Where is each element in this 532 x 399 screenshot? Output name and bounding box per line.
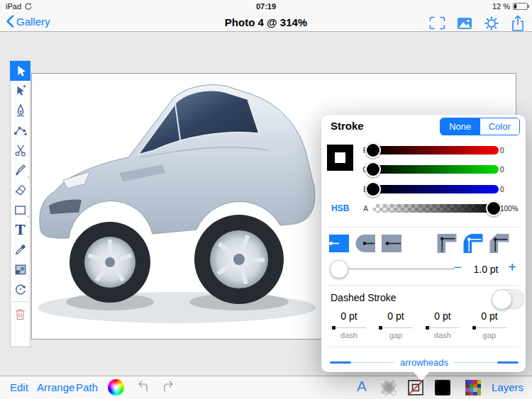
gap1-name: gap bbox=[375, 331, 416, 339]
popover-arrow bbox=[414, 372, 429, 381]
rectangle-tool-icon[interactable]: ‚ bbox=[11, 200, 30, 220]
fit-screen-icon[interactable] bbox=[429, 16, 445, 30]
red-slider-value: 0 bbox=[500, 147, 524, 154]
blue-slider-row: B 0 bbox=[321, 181, 526, 198]
shape-subtool-indicator: ‚ bbox=[28, 211, 29, 218]
text-tool-glyph: T bbox=[15, 223, 25, 237]
gap1-slider[interactable] bbox=[379, 327, 413, 328]
hsb-mode-button[interactable]: HSB bbox=[331, 203, 349, 213]
stroke-type-segmented-control: None Color bbox=[440, 118, 520, 135]
square-cap-button[interactable] bbox=[381, 234, 402, 253]
gap1-value: 0 pt bbox=[375, 310, 416, 322]
panel-divider bbox=[328, 347, 519, 347]
blue-slider-knob[interactable] bbox=[365, 181, 381, 197]
green-slider-knob[interactable] bbox=[365, 162, 381, 177]
green-slider-row: G 0 bbox=[321, 161, 526, 178]
dash1-value: 0 pt bbox=[328, 310, 370, 322]
color-wheel-button[interactable] bbox=[108, 379, 124, 395]
brush-subtool-indicator: ‚ bbox=[28, 172, 29, 179]
alpha-slider-knob[interactable] bbox=[486, 201, 501, 216]
layers-button[interactable]: Layers bbox=[492, 381, 523, 393]
dash2-name: dash bbox=[422, 331, 463, 339]
direct-select-tool-icon[interactable] bbox=[11, 81, 30, 101]
width-increment-button[interactable]: + bbox=[504, 259, 520, 276]
tool-divider bbox=[12, 301, 28, 302]
arrowheads-button[interactable]: arrowheads bbox=[330, 356, 519, 369]
arrange-menu-button[interactable]: Arrange bbox=[37, 381, 74, 393]
text-tool-icon[interactable]: T bbox=[11, 220, 30, 240]
bevel-join-button[interactable] bbox=[489, 234, 510, 253]
tool-strip: ‚ ‚ T bbox=[10, 60, 31, 347]
gap2-field: 0 pt gap bbox=[469, 310, 510, 339]
width-decrement-button[interactable]: − bbox=[450, 259, 465, 276]
swatches-button[interactable] bbox=[465, 380, 481, 395]
round-join-button[interactable] bbox=[462, 234, 484, 253]
gap2-slider[interactable] bbox=[472, 327, 506, 328]
select-tool-icon[interactable] bbox=[10, 61, 31, 81]
undo-button[interactable] bbox=[136, 380, 150, 397]
red-slider-knob[interactable] bbox=[365, 142, 381, 158]
round-cap-button[interactable] bbox=[355, 234, 376, 253]
red-slider-row: R 0 bbox=[321, 142, 526, 159]
node-editor-tool-icon[interactable] bbox=[11, 120, 30, 140]
arrowhead-line-left bbox=[351, 362, 394, 363]
dash1-name: dash bbox=[328, 331, 370, 339]
panel-divider bbox=[328, 227, 519, 227]
green-slider-value: 0 bbox=[500, 166, 524, 174]
panel-divider bbox=[328, 285, 519, 286]
dashed-stroke-label: Dashed Stroke bbox=[331, 292, 397, 303]
path-menu-button[interactable]: Path bbox=[76, 381, 98, 393]
segment-color[interactable]: Color bbox=[480, 118, 520, 135]
stroke-width-slider-track[interactable] bbox=[331, 269, 455, 269]
status-bar: iPad 07:19 12 % bbox=[0, 0, 532, 14]
clock: 07:19 bbox=[0, 2, 532, 11]
alpha-slider-row: A 100% bbox=[321, 200, 526, 217]
alpha-slider-value: 100% bbox=[500, 205, 524, 213]
graphic-app-window: iPad 07:19 12 % Gallery Photo 4 @ 314% bbox=[0, 0, 532, 399]
arrowhead-line-right bbox=[454, 362, 497, 363]
battery-percent: 12 % bbox=[492, 2, 510, 11]
car-image bbox=[35, 74, 333, 339]
delete-tool-icon[interactable] bbox=[11, 304, 30, 324]
eraser-tool-icon[interactable] bbox=[11, 180, 30, 200]
effects-button[interactable] bbox=[381, 380, 397, 395]
settings-gear-icon[interactable] bbox=[484, 16, 499, 31]
stroke-panel: Stroke None Color R 0 G 0 B 0 A bbox=[321, 115, 526, 372]
segment-none[interactable]: None bbox=[440, 118, 480, 135]
edit-menu-button[interactable]: Edit bbox=[10, 381, 28, 393]
photo-icon[interactable] bbox=[457, 17, 472, 30]
swatch-cell bbox=[477, 392, 482, 396]
alpha-slider-label: A bbox=[350, 205, 368, 213]
redo-button[interactable] bbox=[161, 380, 175, 397]
stroke-width-value: 1.0 pt bbox=[466, 264, 506, 275]
scissors-tool-icon[interactable] bbox=[11, 140, 30, 160]
dash2-value: 0 pt bbox=[422, 310, 463, 322]
eyedropper-tool-icon[interactable] bbox=[11, 240, 30, 259]
green-slider-track[interactable] bbox=[372, 165, 499, 174]
battery-icon bbox=[513, 3, 528, 10]
dash1-field: 0 pt dash bbox=[328, 310, 370, 339]
red-slider-track[interactable] bbox=[372, 146, 499, 154]
brush-tool-icon[interactable]: ‚ bbox=[11, 160, 30, 180]
stroke-style-button[interactable] bbox=[407, 379, 424, 399]
scale-tool-icon[interactable] bbox=[11, 259, 30, 279]
arrowhead-preview-right bbox=[497, 361, 519, 364]
dash2-slider[interactable] bbox=[426, 327, 460, 328]
dash1-slider[interactable] bbox=[332, 327, 366, 328]
miter-join-button[interactable] bbox=[436, 234, 458, 253]
pen-tool-icon[interactable] bbox=[11, 101, 30, 120]
gap2-name: gap bbox=[469, 331, 510, 339]
navigation-bar: Gallery Photo 4 @ 314% bbox=[0, 14, 532, 32]
fill-style-button[interactable] bbox=[435, 380, 450, 395]
text-style-button[interactable]: A bbox=[357, 378, 367, 394]
dash2-field: 0 pt dash bbox=[422, 310, 463, 339]
gap1-field: 0 pt gap bbox=[375, 310, 416, 339]
butt-cap-button[interactable] bbox=[328, 234, 350, 253]
alpha-slider-track[interactable] bbox=[372, 204, 499, 213]
blue-slider-value: 0 bbox=[500, 186, 524, 193]
dashed-stroke-toggle[interactable] bbox=[492, 289, 525, 309]
blue-slider-track[interactable] bbox=[372, 185, 499, 193]
stroke-width-slider-knob[interactable] bbox=[330, 260, 348, 279]
rotate-tool-icon[interactable] bbox=[11, 279, 30, 299]
share-icon[interactable] bbox=[511, 15, 525, 32]
